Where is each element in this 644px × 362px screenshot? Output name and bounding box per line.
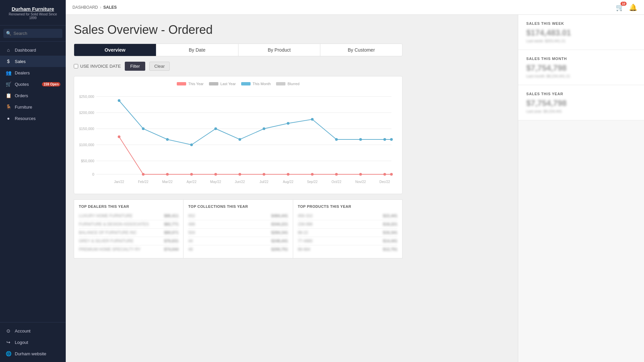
sidebar-item-quotes[interactable]: 🛒 Quotes 159 Open [0, 78, 66, 90]
product-row-3[interactable]: 88-22 $16,341 [298, 229, 397, 237]
dealer-name-3: BALANCE OF FURNITURE INC [79, 230, 161, 235]
tab-by-date[interactable]: By Date [156, 44, 238, 56]
sales-week-value: $174,483.01 [526, 28, 636, 38]
dealer-row-3[interactable]: BALANCE OF FURNITURE INC $80,071 [79, 229, 178, 237]
sidebar-item-dealers[interactable]: 👥 Dealers [0, 67, 66, 78]
website-label: Durham website [15, 351, 46, 356]
chart-svg: $250,000 $200,000 $150,000 $100,000 $50,… [79, 90, 395, 187]
sales-year-sub: Last year: $9,234,441 [526, 109, 636, 113]
search-input[interactable] [13, 31, 60, 36]
sidebar: Durham Furniture Renowned for Solid Wood… [0, 0, 66, 362]
sidebar-item-sales[interactable]: $ Sales [0, 56, 66, 67]
top-collections-table: TOP COLLECTIONS THIS YEAR 652 $484,441 4… [183, 199, 292, 258]
svg-text:Mar/22: Mar/22 [162, 180, 173, 184]
product-row-1[interactable]: 456-310 $22,441 [298, 212, 397, 220]
sales-week-sub: Last week: $203,441.21 [526, 39, 636, 43]
website-item[interactable]: 🌐 Durham website [0, 348, 66, 359]
svg-point-44 [287, 173, 289, 176]
breadcrumb: DASHBOARD › SALES [72, 5, 117, 10]
dealers-icon: 👥 [5, 70, 11, 75]
dealer-name-4: GREY & SILVER FURNITURE [79, 239, 161, 243]
svg-point-29 [238, 138, 241, 141]
dealer-name-1: LUXURY HOME FURNITURE [79, 214, 161, 218]
top-products-table: TOP PRODUCTS THIS YEAR 456-310 $22,441 1… [293, 199, 402, 258]
search-box[interactable]: 🔍 [3, 29, 62, 38]
svg-text:Jan/22: Jan/22 [114, 180, 124, 184]
product-row-4[interactable]: 77-4880 $14,441 [298, 237, 397, 245]
svg-text:Sep/22: Sep/22 [307, 180, 318, 184]
svg-point-47 [359, 173, 362, 176]
tab-by-customer[interactable]: By Customer [320, 44, 402, 56]
cart-button[interactable]: 🛒 10 [616, 3, 624, 11]
collection-value-5: $200,751 [271, 247, 288, 252]
dealer-row-5[interactable]: PREMIUM HOME SPECIALTY RY $74,044 [79, 245, 178, 253]
dealer-name-2: FURNITURE & DESIGN ASSOCIATES [79, 222, 161, 227]
svg-text:Apr/22: Apr/22 [186, 180, 197, 184]
product-row-5[interactable]: 88-884 $12,751 [298, 245, 397, 253]
breadcrumb-home[interactable]: DASHBOARD [72, 5, 98, 10]
invoice-date-checkbox[interactable] [74, 64, 78, 68]
sidebar-item-dashboard[interactable]: ⌂ Dashboard [0, 44, 66, 56]
collection-row-5[interactable]: 48 $200,751 [188, 245, 288, 253]
topbar: DASHBOARD › SALES 🛒 10 🔔 [66, 0, 644, 15]
svg-point-37 [118, 135, 120, 138]
svg-text:Oct/22: Oct/22 [331, 180, 341, 184]
dealer-row-2[interactable]: FURNITURE & DESIGN ASSOCIATES $82,771 [79, 220, 178, 229]
dealer-name-5: PREMIUM HOME SPECIALTY RY [79, 247, 161, 252]
sidebar-search-section: 🔍 [0, 25, 66, 42]
left-panel: Sales Overview - Ordered Overview By Dat… [66, 15, 518, 362]
sidebar-item-orders[interactable]: 📋 Orders [0, 90, 66, 101]
svg-point-34 [359, 138, 362, 141]
filter-button[interactable]: Filter [125, 62, 145, 71]
top-dealers-table: TOP DEALERS THIS YEAR LUXURY HOME FURNIT… [74, 199, 183, 258]
collection-row-4[interactable]: 44 $248,441 [188, 237, 288, 245]
collection-name-1: 652 [188, 214, 268, 218]
svg-point-42 [238, 173, 241, 176]
invoice-date-checkbox-label[interactable]: USE INVOICE DATE [74, 64, 121, 69]
tab-by-product[interactable]: By Product [238, 44, 321, 56]
collection-name-3: 504 [188, 230, 268, 235]
breadcrumb-sep: › [100, 5, 101, 10]
sidebar-item-label: Dealers [15, 70, 30, 75]
sidebar-bottom: ⊙ Account ↪ Logout 🌐 Durham website [0, 322, 66, 362]
svg-text:Aug/22: Aug/22 [283, 180, 293, 184]
sidebar-item-resources[interactable]: ● Resources [0, 113, 66, 124]
product-value-4: $14,441 [383, 239, 397, 243]
svg-text:Jun/22: Jun/22 [235, 180, 245, 184]
sidebar-item-furniture[interactable]: 🪑 Furniture [0, 101, 66, 113]
svg-text:$250,000: $250,000 [79, 95, 94, 99]
dealer-row-1[interactable]: LUXURY HOME FURNITURE $86,411 [79, 212, 178, 220]
dealer-value-3: $80,071 [164, 230, 178, 235]
orders-icon: 📋 [5, 93, 11, 98]
collection-row-2[interactable]: 488 $344,221 [188, 220, 288, 229]
collection-row-1[interactable]: 652 $484,441 [188, 212, 288, 220]
svg-text:Nov/22: Nov/22 [355, 180, 366, 184]
svg-point-39 [166, 173, 169, 176]
svg-text:May/22: May/22 [210, 180, 221, 184]
legend-label: Blurred [287, 82, 299, 86]
svg-text:$50,000: $50,000 [81, 159, 94, 163]
notification-button[interactable]: 🔔 [629, 3, 637, 11]
product-value-2: $18,221 [383, 222, 397, 227]
clear-button[interactable]: Clear [149, 62, 170, 71]
account-item[interactable]: ⊙ Account [0, 325, 66, 337]
sales-icon: $ [5, 59, 11, 64]
tab-overview[interactable]: Overview [74, 44, 156, 56]
svg-point-49 [390, 173, 393, 176]
svg-text:0: 0 [92, 172, 94, 176]
collection-name-4: 44 [188, 239, 268, 243]
content-inner: Sales Overview - Ordered Overview By Dat… [66, 15, 644, 362]
tab-bar: Overview By Date By Product By Customer [74, 44, 402, 56]
dealers-table-title: TOP DEALERS THIS YEAR [79, 204, 178, 208]
logout-item[interactable]: ↪ Logout [0, 337, 66, 348]
product-name-1: 456-310 [298, 214, 380, 218]
dealer-value-2: $82,771 [164, 222, 178, 227]
legend-last-year: Last Year [209, 82, 236, 86]
dealer-row-4[interactable]: GREY & SILVER FURNITURE $76,631 [79, 237, 178, 245]
legend-this-month: This Month [241, 82, 271, 86]
product-row-2[interactable]: 158-088 $18,221 [298, 220, 397, 229]
svg-point-25 [142, 127, 145, 130]
sales-this-week-card: SALES THIS WEEK $174,483.01 Last week: $… [518, 15, 644, 50]
collection-row-3[interactable]: 504 $284,341 [188, 229, 288, 237]
search-icon: 🔍 [6, 31, 11, 36]
